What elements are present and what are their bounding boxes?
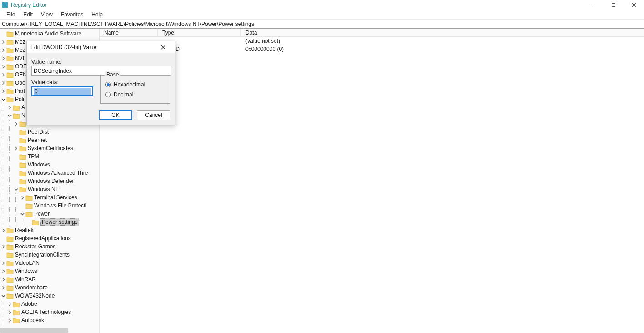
chevron-down-icon[interactable]: [0, 293, 6, 299]
chevron-right-icon[interactable]: [0, 47, 6, 53]
chevron-right-icon[interactable]: [6, 309, 13, 315]
tree-item[interactable]: Terminal Services: [0, 193, 99, 202]
value-name-field[interactable]: DCSettingIndex: [31, 66, 171, 76]
chevron-down-icon[interactable]: [6, 112, 13, 119]
radio-hexadecimal[interactable]: Hexadecimal: [105, 81, 165, 89]
folder-icon: [19, 129, 26, 135]
chevron-right-icon[interactable]: [13, 121, 19, 127]
tree-item[interactable]: RegisteredApplications: [0, 234, 99, 242]
svg-rect-3: [5, 5, 8, 7]
tree-horizontal-scrollbar[interactable]: [0, 328, 68, 333]
menu-favorites[interactable]: Favorites: [57, 10, 87, 19]
tree-item[interactable]: Power settings: [0, 218, 99, 226]
tree-item[interactable]: SystemCertificates: [0, 144, 99, 152]
chevron-right-icon[interactable]: [6, 317, 13, 323]
tree-item-label: Minnetonka Audio Software: [15, 30, 81, 37]
chevron-down-icon[interactable]: [13, 186, 19, 192]
chevron-right-icon[interactable]: [0, 227, 6, 233]
chevron-right-icon[interactable]: [6, 301, 13, 307]
tree-item[interactable]: Windows: [0, 161, 99, 169]
folder-icon: [13, 301, 20, 307]
toggle-spacer: [0, 252, 6, 258]
edit-dword-dialog: Edit DWORD (32-bit) Value Value name: DC…: [26, 41, 175, 125]
tree-item[interactable]: AGEIA Technologies: [0, 308, 99, 316]
tree-item[interactable]: TPM: [0, 152, 99, 161]
tree-item[interactable]: Windows Defender: [0, 177, 99, 185]
window-title: Registry Editor: [11, 2, 47, 8]
chevron-right-icon[interactable]: [19, 194, 25, 201]
tree-item[interactable]: WinRAR: [0, 275, 99, 283]
list-body[interactable]: (value not set) WORD 0x00000000 (0): [100, 37, 644, 333]
tree-item[interactable]: VideoLAN: [0, 259, 99, 267]
toggle-spacer: [13, 153, 19, 160]
minimize-button[interactable]: [583, 0, 603, 10]
column-header-name[interactable]: Name: [100, 29, 158, 36]
tree-item[interactable]: Windows Advanced Thre: [0, 169, 99, 177]
menu-file[interactable]: File: [3, 10, 19, 19]
ok-button[interactable]: OK: [99, 110, 132, 120]
tree-item[interactable]: Minnetonka Audio Software: [0, 30, 99, 38]
toggle-spacer: [13, 170, 19, 176]
dialog-close-button[interactable]: [154, 41, 172, 53]
tree-item[interactable]: Realtek: [0, 226, 99, 234]
chevron-down-icon[interactable]: [19, 211, 25, 217]
menu-edit[interactable]: Edit: [20, 10, 36, 19]
list-row[interactable]: (value not set): [100, 37, 644, 45]
chevron-right-icon[interactable]: [0, 276, 6, 283]
folder-icon: [6, 63, 14, 70]
tree-item[interactable]: WOW6432Node: [0, 292, 99, 300]
tree-item-label: SystemCertificates: [28, 145, 73, 151]
tree-item[interactable]: SyncIntegrationClients: [0, 251, 99, 259]
radio-decimal[interactable]: Decimal: [105, 91, 165, 99]
tree-item[interactable]: Windows: [0, 267, 99, 275]
chevron-right-icon[interactable]: [0, 268, 6, 274]
tree-item[interactable]: Windows NT: [0, 185, 99, 193]
column-header-type[interactable]: Type: [158, 29, 241, 36]
menu-help[interactable]: Help: [88, 10, 106, 19]
chevron-right-icon[interactable]: [0, 71, 6, 78]
chevron-right-icon[interactable]: [0, 55, 6, 61]
list-row[interactable]: WORD 0x00000000 (0): [100, 45, 644, 53]
column-header-data[interactable]: Data: [241, 29, 644, 36]
svg-rect-2: [2, 5, 5, 7]
close-button[interactable]: [624, 0, 644, 10]
chevron-down-icon[interactable]: [0, 96, 6, 102]
tree-item[interactable]: Autodesk: [0, 316, 99, 324]
value-data-field[interactable]: [31, 86, 93, 96]
chevron-right-icon[interactable]: [6, 104, 13, 111]
chevron-right-icon[interactable]: [0, 80, 6, 86]
tree-item[interactable]: Power: [0, 210, 99, 218]
chevron-right-icon[interactable]: [0, 88, 6, 94]
ok-button-label: OK: [111, 112, 119, 118]
chevron-right-icon[interactable]: [0, 260, 6, 266]
chevron-right-icon[interactable]: [0, 39, 6, 45]
dialog-title-bar[interactable]: Edit DWORD (32-bit) Value: [27, 41, 175, 53]
chevron-right-icon[interactable]: [0, 63, 6, 70]
address-bar[interactable]: Computer\HKEY_LOCAL_MACHINE\SOFTWARE\Pol…: [0, 20, 644, 29]
tree-item[interactable]: Adobe: [0, 300, 99, 308]
tree-item-label: NVII: [15, 55, 25, 61]
tree-item-label: SyncIntegrationClients: [15, 252, 70, 258]
tree-item[interactable]: PeerDist: [0, 128, 99, 136]
tree-item[interactable]: Peernet: [0, 136, 99, 144]
folder-icon: [19, 121, 26, 127]
tree-item[interactable]: Rockstar Games: [0, 242, 99, 251]
tree-item[interactable]: Windows File Protecti: [0, 202, 99, 210]
toggle-spacer: [25, 219, 32, 225]
tree-item-label: Windows NT: [28, 186, 59, 192]
folder-icon: [6, 260, 14, 266]
tree-item-label: A: [21, 104, 25, 111]
folder-icon: [19, 186, 26, 192]
tree-item[interactable]: Wondershare: [0, 283, 99, 292]
app-icon: [2, 2, 8, 8]
radio-icon: [105, 92, 111, 97]
folder-icon: [6, 30, 14, 37]
chevron-right-icon[interactable]: [0, 284, 6, 291]
maximize-button[interactable]: [603, 0, 624, 10]
value-data-input[interactable]: [34, 88, 91, 95]
chevron-right-icon[interactable]: [0, 243, 6, 250]
cancel-button[interactable]: Cancel: [137, 110, 170, 120]
menu-view[interactable]: View: [37, 10, 56, 19]
chevron-right-icon[interactable]: [13, 145, 19, 151]
tree-item-label: Power settings: [40, 218, 79, 226]
